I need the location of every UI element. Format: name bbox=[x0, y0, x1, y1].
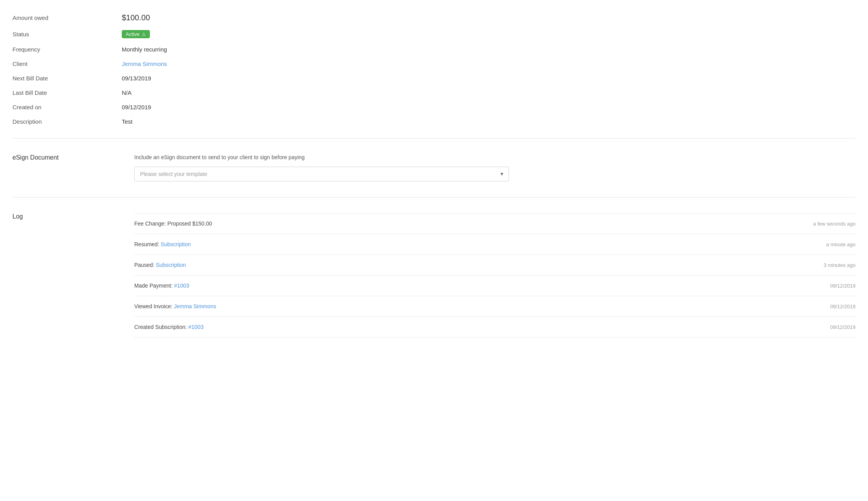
next-bill-row: Next Bill Date 09/13/2019 bbox=[12, 71, 856, 85]
description-row: Description Test bbox=[12, 114, 856, 129]
description-label: Description bbox=[12, 114, 122, 129]
log-label: Log bbox=[12, 213, 122, 338]
log-item-link[interactable]: Jemma Simmons bbox=[174, 303, 216, 309]
info-table: Amount owed $100.00 Status Active ⚠ Freq… bbox=[12, 9, 856, 129]
log-item-text: Paused: Subscription bbox=[134, 262, 186, 268]
description-value: Test bbox=[122, 114, 856, 129]
log-items: Fee Change: Proposed $150.00a few second… bbox=[134, 213, 856, 338]
next-bill-label: Next Bill Date bbox=[12, 71, 122, 85]
log-item-time: 09/12/2019 bbox=[830, 324, 856, 330]
log-item-time: 3 minutes ago bbox=[824, 262, 856, 268]
status-badge: Active ⚠ bbox=[122, 30, 150, 38]
esign-content: Include an eSign document to send to you… bbox=[134, 154, 856, 181]
log-item: Made Payment: #100309/12/2019 bbox=[134, 275, 856, 296]
esign-label: eSign Document bbox=[12, 154, 122, 181]
status-badge-text: Active bbox=[126, 31, 139, 37]
status-cell: Active ⚠ bbox=[122, 26, 856, 42]
log-item-text: Made Payment: #1003 bbox=[134, 282, 189, 289]
log-item: Paused: Subscription3 minutes ago bbox=[134, 255, 856, 275]
last-bill-row: Last Bill Date N/A bbox=[12, 85, 856, 100]
created-on-row: Created on 09/12/2019 bbox=[12, 100, 856, 114]
log-item-link[interactable]: #1003 bbox=[174, 282, 189, 289]
divider-1 bbox=[12, 138, 856, 139]
log-item: Created Subscription: #100309/12/2019 bbox=[134, 317, 856, 338]
client-link[interactable]: Jemma Simmons bbox=[122, 60, 167, 67]
log-item-time: a minute ago bbox=[826, 242, 856, 247]
esign-section: eSign Document Include an eSign document… bbox=[12, 148, 856, 188]
log-item-time: 09/12/2019 bbox=[830, 304, 856, 309]
log-item: Resumed: Subscriptiona minute ago bbox=[134, 234, 856, 255]
next-bill-value: 09/13/2019 bbox=[122, 71, 856, 85]
log-item-link[interactable]: Subscription bbox=[161, 241, 191, 247]
frequency-label: Frequency bbox=[12, 42, 122, 57]
divider-2 bbox=[12, 197, 856, 197]
log-item-link[interactable]: Subscription bbox=[156, 262, 186, 268]
log-item-text: Resumed: Subscription bbox=[134, 241, 191, 247]
log-section: Log Fee Change: Proposed $150.00a few se… bbox=[12, 207, 856, 344]
status-label: Status bbox=[12, 26, 122, 42]
client-cell: Jemma Simmons bbox=[122, 57, 856, 71]
template-select-wrapper: Please select your template ▼ bbox=[134, 167, 509, 181]
warning-icon: ⚠ bbox=[142, 32, 146, 37]
last-bill-value: N/A bbox=[122, 85, 856, 100]
template-select[interactable]: Please select your template bbox=[134, 167, 509, 181]
log-item-time: 09/12/2019 bbox=[830, 283, 856, 289]
last-bill-label: Last Bill Date bbox=[12, 85, 122, 100]
log-item: Viewed Invoice: Jemma Simmons09/12/2019 bbox=[134, 296, 856, 317]
client-label: Client bbox=[12, 57, 122, 71]
esign-description: Include an eSign document to send to you… bbox=[134, 154, 856, 160]
amount-row: Amount owed $100.00 bbox=[12, 9, 856, 26]
amount-value: $100.00 bbox=[122, 9, 856, 26]
client-row: Client Jemma Simmons bbox=[12, 57, 856, 71]
log-item-link[interactable]: #1003 bbox=[189, 324, 204, 330]
log-item-text: Created Subscription: #1003 bbox=[134, 324, 203, 330]
status-row: Status Active ⚠ bbox=[12, 26, 856, 42]
frequency-value: Monthly recurring bbox=[122, 42, 856, 57]
log-item-text: Viewed Invoice: Jemma Simmons bbox=[134, 303, 216, 309]
frequency-row: Frequency Monthly recurring bbox=[12, 42, 856, 57]
log-item-text: Fee Change: Proposed $150.00 bbox=[134, 220, 212, 227]
log-item: Fee Change: Proposed $150.00a few second… bbox=[134, 213, 856, 234]
amount-label: Amount owed bbox=[12, 9, 122, 26]
created-on-value: 09/12/2019 bbox=[122, 100, 856, 114]
log-item-time: a few seconds ago bbox=[813, 221, 856, 227]
created-on-label: Created on bbox=[12, 100, 122, 114]
